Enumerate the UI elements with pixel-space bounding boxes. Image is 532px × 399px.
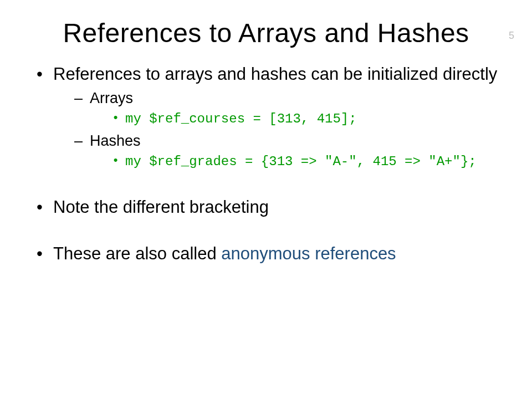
code-hashes: my $ref_grades = {313 => "A-", 415 => "A… (112, 153, 499, 171)
bullet-list: References to arrays and hashes can be i… (0, 64, 532, 265)
slide: 5 References to Arrays and Hashes Refere… (0, 18, 532, 399)
bullet-1: References to arrays and hashes can be i… (33, 64, 499, 171)
sub-arrays-label: Arrays (90, 90, 133, 106)
bullet-1-sublist: Arrays my $ref_courses = [313, 415]; Has… (53, 89, 499, 171)
sub-arrays-codelist: my $ref_courses = [313, 415]; (90, 110, 499, 128)
bullet-3-em: anonymous references (221, 244, 396, 263)
sub-hashes-codelist: my $ref_grades = {313 => "A-", 415 => "A… (90, 153, 499, 171)
bullet-2: Note the different bracketing (33, 197, 499, 218)
sub-arrays: Arrays my $ref_courses = [313, 415]; (74, 89, 499, 128)
bullet-3-prefix: These are also called (53, 244, 221, 263)
bullet-3: These are also called anonymous referenc… (33, 243, 499, 265)
slide-title: References to Arrays and Hashes (0, 18, 532, 48)
sub-hashes: Hashes my $ref_grades = {313 => "A-", 41… (74, 131, 499, 171)
sub-hashes-label: Hashes (90, 132, 141, 149)
code-arrays: my $ref_courses = [313, 415]; (112, 110, 499, 128)
bullet-1-text: References to arrays and hashes can be i… (53, 64, 497, 84)
bullet-2-text: Note the different bracketing (53, 197, 269, 217)
page-number: 5 (509, 30, 514, 42)
